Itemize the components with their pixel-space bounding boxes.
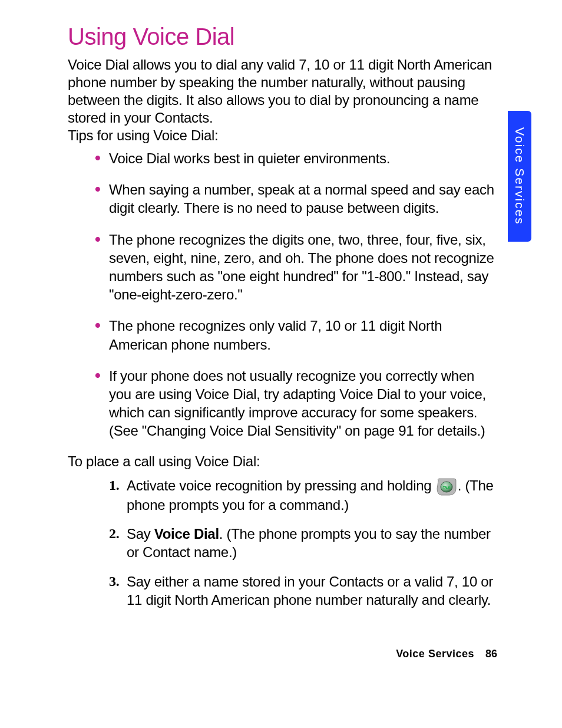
footer-page-number: 86 xyxy=(485,648,497,660)
tip-item: When saying a number, speak at a normal … xyxy=(109,180,497,217)
tip-item: If your phone does not usually recognize… xyxy=(109,367,497,440)
step-text: Say xyxy=(127,526,154,542)
tip-item: Voice Dial works best in quieter environ… xyxy=(109,149,497,167)
step-item: Say either a name stored in your Contact… xyxy=(127,572,497,609)
step-text: Activate voice recognition by pressing a… xyxy=(127,477,435,493)
step-item: Activate voice recognition by pressing a… xyxy=(127,476,497,514)
step-bold: Voice Dial xyxy=(154,526,219,542)
talk-key-icon: TALK xyxy=(437,478,457,496)
svg-text:TALK: TALK xyxy=(443,486,450,489)
intro-paragraph: Voice Dial allows you to dial any valid … xyxy=(68,56,497,127)
page-title: Using Voice Dial xyxy=(68,24,497,50)
tip-item: The phone recognizes only valid 7, 10 or… xyxy=(109,317,497,353)
footer-section: Voice Services xyxy=(396,648,474,660)
page-content: Using Voice Dial Voice Dial allows you t… xyxy=(0,0,562,609)
tip-item: The phone recognizes the digits one, two… xyxy=(109,230,497,304)
steps-label: To place a call using Voice Dial: xyxy=(68,453,497,470)
tips-list: Voice Dial works best in quieter environ… xyxy=(68,149,497,440)
step-item: Say Voice Dial. (The phone prompts you t… xyxy=(127,525,497,561)
steps-list: Activate voice recognition by pressing a… xyxy=(68,476,497,609)
section-side-tab: Voice Services xyxy=(508,111,531,242)
tips-label: Tips for using Voice Dial: xyxy=(68,127,497,144)
page-footer: Voice Services 86 xyxy=(396,648,497,660)
